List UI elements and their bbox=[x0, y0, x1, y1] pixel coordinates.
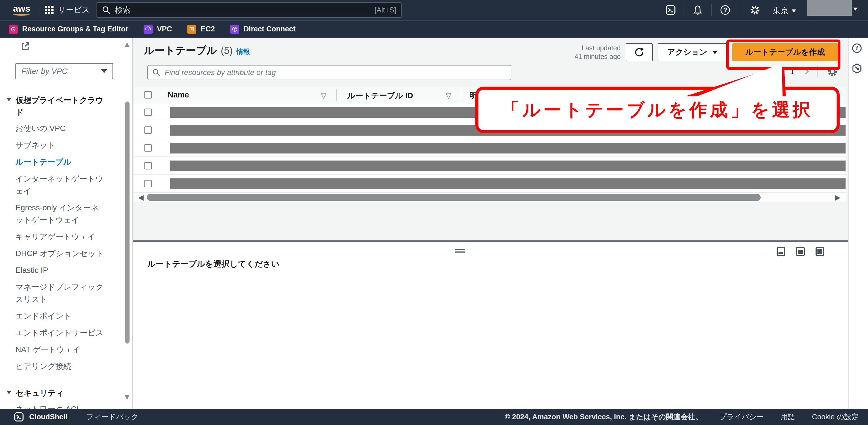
settings-gear-icon[interactable] bbox=[750, 5, 761, 16]
external-link-icon[interactable] bbox=[21, 41, 30, 51]
notifications-bell-icon[interactable] bbox=[692, 5, 703, 16]
sidebar-item-your-vpcs[interactable]: お使いの VPC bbox=[16, 122, 105, 135]
table-row[interactable] bbox=[134, 139, 846, 157]
sidebar-item-internet-gateways[interactable]: インターネットゲートウェイ bbox=[16, 173, 105, 197]
sidebar-scrollbar-thumb[interactable] bbox=[125, 102, 129, 343]
console-footer: CloudShell フィードバック © 2024, Amazon Web Se… bbox=[0, 409, 868, 425]
row-checkbox[interactable] bbox=[145, 126, 152, 134]
resource-count: (5) bbox=[221, 45, 232, 56]
services-menu-button[interactable]: サービス bbox=[44, 0, 90, 20]
resources-panel-icon[interactable] bbox=[851, 63, 863, 74]
panel-size-small-icon[interactable] bbox=[777, 247, 785, 256]
next-page-icon[interactable] bbox=[803, 68, 809, 75]
resource-filter-box[interactable] bbox=[147, 65, 512, 80]
resource-groups-icon bbox=[9, 25, 18, 34]
sidebar-scroll-down-icon[interactable]: ▼ bbox=[123, 392, 131, 401]
scroll-right-icon[interactable]: ▶ bbox=[835, 193, 840, 202]
sidebar-item-managed-prefix-lists[interactable]: マネージドプレフィックスリスト bbox=[16, 281, 105, 305]
section-label: 仮想プライベートクラウド bbox=[16, 94, 109, 119]
ec2-icon bbox=[187, 25, 196, 34]
sidebar-item-elastic-ip[interactable]: Elastic IP bbox=[16, 264, 105, 276]
table-row[interactable] bbox=[134, 157, 846, 175]
select-all-checkbox[interactable] bbox=[145, 91, 152, 98]
cloudshell-icon[interactable] bbox=[665, 5, 676, 16]
panel-drag-handle[interactable] bbox=[455, 249, 465, 254]
cookie-settings-link[interactable]: Cookie の設定 bbox=[812, 412, 859, 422]
svg-text:i: i bbox=[856, 45, 858, 52]
create-route-table-button[interactable]: ルートテーブルを作成 bbox=[732, 43, 838, 61]
divider bbox=[817, 65, 818, 78]
info-link[interactable]: 情報 bbox=[236, 47, 250, 56]
column-divider bbox=[336, 89, 337, 101]
sidebar-item-peering-connections[interactable]: ピアリング接続 bbox=[16, 360, 105, 372]
chevron-down-icon bbox=[101, 69, 107, 73]
privacy-link[interactable]: プライバシー bbox=[719, 412, 764, 422]
panel-size-full-icon[interactable] bbox=[815, 247, 824, 256]
sidebar-item-carrier-gateways[interactable]: キャリアゲートウェイ bbox=[16, 231, 105, 243]
favorite-label: EC2 bbox=[200, 25, 215, 33]
sidebar-item-endpoints[interactable]: エンドポイント bbox=[16, 310, 105, 322]
panel-size-medium-icon[interactable] bbox=[796, 247, 805, 256]
global-search[interactable]: [Alt+S] bbox=[96, 2, 402, 18]
sidebar-item-route-tables[interactable]: ルートテーブル bbox=[16, 156, 105, 168]
favorite-label: Resource Groups & Tag Editor bbox=[22, 25, 128, 33]
region-label: 東京 bbox=[773, 5, 788, 16]
sidebar-section-vpc[interactable]: 仮想プライベートクラウド bbox=[6, 94, 109, 119]
cloudshell-icon bbox=[14, 412, 24, 422]
divider bbox=[740, 4, 740, 16]
sort-icon[interactable]: ▽ bbox=[321, 91, 327, 100]
sidebar-section-security[interactable]: セキュリティ bbox=[6, 387, 109, 399]
column-header-route-table-id[interactable]: ルートテーブル ID bbox=[347, 90, 413, 101]
sidebar-item-nat-gateways[interactable]: NAT ゲートウェイ bbox=[16, 343, 105, 356]
page-number[interactable]: 1 bbox=[790, 67, 795, 76]
help-icon[interactable]: ? bbox=[720, 5, 731, 16]
horizontal-scrollbar-thumb[interactable] bbox=[147, 194, 761, 201]
feedback-link[interactable]: フィードバック bbox=[86, 412, 138, 422]
sidebar-item-egress-only-igw[interactable]: Egress-only インターネットゲートウェイ bbox=[16, 202, 105, 226]
row-checkbox[interactable] bbox=[145, 180, 152, 187]
account-chevron-down-icon[interactable] bbox=[853, 7, 858, 10]
filter-by-vpc-select[interactable]: Filter by VPC bbox=[16, 63, 113, 79]
table-row[interactable] bbox=[134, 175, 846, 193]
create-label: ルートテーブルを作成 bbox=[745, 47, 825, 58]
divider bbox=[38, 4, 38, 16]
favorite-label: VPC bbox=[157, 25, 172, 33]
sidebar-item-subnets[interactable]: サブネット bbox=[16, 139, 105, 151]
sort-icon[interactable]: ▽ bbox=[446, 91, 451, 100]
column-divider bbox=[461, 89, 461, 101]
actions-label: アクション bbox=[668, 47, 707, 58]
row-checkbox[interactable] bbox=[145, 109, 152, 116]
row-checkbox[interactable] bbox=[145, 144, 152, 151]
aws-logo[interactable]: aws bbox=[13, 4, 30, 16]
refresh-button[interactable] bbox=[626, 43, 653, 61]
account-menu-redacted[interactable] bbox=[807, 0, 852, 16]
filter-by-vpc-placeholder: Filter by VPC bbox=[21, 67, 68, 76]
sidebar-item-endpoint-services[interactable]: エンドポイントサービス bbox=[16, 327, 105, 339]
resource-filter-input[interactable] bbox=[164, 68, 506, 77]
favorite-vpc[interactable]: VPC bbox=[144, 25, 172, 34]
sidebar-scroll-up-icon[interactable]: ▲ bbox=[123, 40, 131, 49]
search-shortcut-hint: [Alt+S] bbox=[374, 6, 396, 15]
column-header-name[interactable]: Name bbox=[168, 90, 189, 100]
favorite-resource-groups[interactable]: Resource Groups & Tag Editor bbox=[9, 25, 128, 34]
annotation-callout-bubble: 「ルートテーブルを作成」を選択 bbox=[475, 87, 840, 133]
region-selector[interactable]: 東京 bbox=[773, 5, 796, 16]
annotation-callout-text: 「ルートテーブルを作成」を選択 bbox=[502, 98, 813, 122]
section-collapse-icon bbox=[6, 98, 11, 101]
scroll-left-icon[interactable]: ◀ bbox=[138, 193, 144, 202]
sidebar-item-network-acl[interactable]: ネットワーク ACL bbox=[16, 403, 105, 409]
actions-button[interactable]: アクション bbox=[658, 43, 727, 61]
favorite-direct-connect[interactable]: Direct Connect bbox=[230, 25, 296, 34]
redacted-row-data bbox=[170, 161, 845, 171]
row-checkbox[interactable] bbox=[145, 162, 152, 169]
vpc-navigation-sidebar: Filter by VPC 仮想プライベートクラウド お使いの VPC サブネッ… bbox=[0, 38, 133, 409]
sidebar-item-dhcp-option-sets[interactable]: DHCP オプションセット bbox=[16, 248, 105, 260]
terms-link[interactable]: 用語 bbox=[781, 412, 795, 422]
favorite-ec2[interactable]: EC2 bbox=[187, 25, 215, 34]
global-search-input[interactable] bbox=[114, 5, 371, 15]
divider bbox=[684, 4, 684, 16]
table-settings-gear-icon[interactable] bbox=[827, 66, 838, 77]
horizontal-scrollbar[interactable]: ◀ ▶ bbox=[134, 193, 846, 202]
cloudshell-launcher[interactable]: CloudShell bbox=[14, 412, 67, 422]
info-panel-icon[interactable]: i bbox=[851, 42, 863, 54]
